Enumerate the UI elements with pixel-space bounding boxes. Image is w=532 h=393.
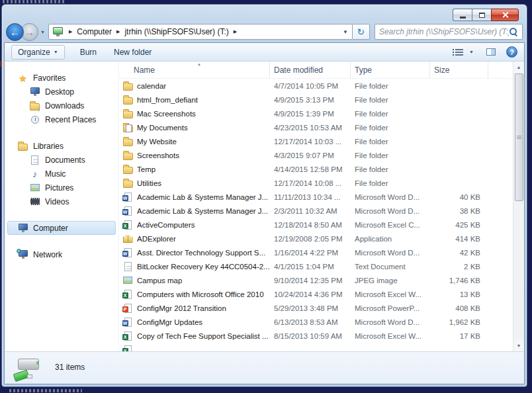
sidebar-item-favorites[interactable]: ★ Favorites xyxy=(7,71,116,85)
file-row-calendar[interactable]: calendar 4/7/2014 10:05 PM File folder xyxy=(119,79,513,93)
file-row-utilities[interactable]: Utilities 12/17/2014 10:08 ... File fold… xyxy=(119,176,513,190)
file-type: File folder xyxy=(351,138,430,146)
file-type: Microsoft Word D... xyxy=(351,249,430,257)
file-row-screenshots[interactable]: Screenshots 4/3/2015 9:07 PM File folder xyxy=(119,148,513,162)
file-type: Microsoft Word D... xyxy=(351,193,430,201)
libraries-icon xyxy=(17,141,28,152)
column-header-date-modified[interactable]: Date modified xyxy=(270,62,351,78)
sidebar-item-documents[interactable]: Documents xyxy=(7,153,116,167)
file-row-configmgr-updates[interactable]: ConfigMgr Updates 6/13/2013 8:53 AM Micr… xyxy=(119,315,513,329)
file-row-copy-of-tech-fee-support-specialist-[interactable]: Copy of Tech Fee Support Specialist ... … xyxy=(119,329,513,343)
breadcrumb-arrow-icon[interactable]: ▶ xyxy=(69,29,72,34)
change-view-button[interactable]: ▼ xyxy=(449,47,480,58)
file-date-modified: 1/16/2014 4:22 PM xyxy=(270,249,351,257)
image-icon xyxy=(122,275,133,286)
word-icon xyxy=(122,192,133,202)
file-date-modified: 4/7/2014 10:05 PM xyxy=(270,82,351,90)
file-row-mac-screenshots[interactable]: Mac Screenshots 4/9/2015 1:39 PM File fo… xyxy=(119,107,513,120)
breadcrumb-arrow-icon[interactable]: ▶ xyxy=(116,29,120,34)
file-row-campus-map[interactable]: Campus map 9/10/2014 12:35 PM JPEG image… xyxy=(119,273,513,287)
column-header-name[interactable]: Name xyxy=(119,62,270,78)
file-row-configmgr-2012-transition[interactable]: ConfigMgr 2012 Transition 5/29/2013 3:48… xyxy=(119,301,513,315)
file-row-academic-lab-systems-manager-j-[interactable]: Academic Lab & Systems Manager J... 11/1… xyxy=(119,190,513,204)
file-date-modified: 11/11/2013 10:34 ... xyxy=(270,193,351,201)
file-size: 425 KB xyxy=(430,221,488,229)
file-row-my-website[interactable]: My Website 12/17/2014 10:03 ... File fol… xyxy=(119,134,513,148)
excel-icon xyxy=(122,345,133,352)
sidebar-item-label: Pictures xyxy=(45,183,73,193)
scroll-up-icon[interactable]: ▲ xyxy=(513,62,524,73)
music-icon: ♪ xyxy=(29,169,40,179)
maximize-icon xyxy=(479,13,485,18)
folder-icon xyxy=(122,178,133,189)
file-date-modified: 8/15/2013 10:59 AM xyxy=(270,332,351,340)
burn-button[interactable]: Burn xyxy=(74,46,103,59)
vertical-scrollbar[interactable]: ▲ ▼ xyxy=(513,62,524,351)
refresh-button[interactable]: ↻ xyxy=(353,24,370,40)
file-row-activecomputers[interactable]: ActiveComputers 12/18/2014 8:50 AM Micro… xyxy=(119,218,513,232)
network-icon xyxy=(17,249,28,260)
book-icon xyxy=(122,234,133,244)
file-row-bitlocker-recovery-key-44cc0504-2-[interactable]: BitLocker Recovery Key 44CC0504-2... 4/1… xyxy=(119,259,513,273)
preview-pane-button[interactable] xyxy=(486,48,496,56)
sidebar-item-libraries[interactable]: Libraries xyxy=(7,139,116,153)
file-row-temp[interactable]: Temp 4/14/2015 12:58 PM File folder xyxy=(119,162,513,176)
client-area: Organize ▼ Burn New folder ▼ ? ★ Favor xyxy=(4,42,525,384)
recent-pages-dropdown[interactable]: ▼ xyxy=(40,30,45,34)
maximize-button[interactable] xyxy=(472,9,491,21)
file-name: html_from_defiant xyxy=(137,96,198,104)
file-name: Academic Lab & Systems Manager J... xyxy=(137,193,268,201)
column-header-size[interactable]: Size xyxy=(430,62,488,78)
breadcrumb-arrow-icon[interactable]: ▶ xyxy=(234,29,237,34)
excel-icon xyxy=(122,220,133,230)
address-history-dropdown[interactable]: ▼ xyxy=(343,29,348,35)
file-row-html-from-defiant[interactable]: html_from_defiant 4/9/2015 3:13 PM File … xyxy=(119,93,513,107)
file-row-adexplorer[interactable]: ADExplorer 12/19/2008 2:05 PM Applicatio… xyxy=(119,232,513,245)
sidebar-item-computer[interactable]: Computer xyxy=(7,221,116,235)
scroll-down-icon[interactable]: ▼ xyxy=(513,340,524,351)
organize-button[interactable]: Organize ▼ xyxy=(11,45,65,60)
file-name: Mac Screenshots xyxy=(137,110,196,118)
word-icon xyxy=(122,247,133,258)
search-input[interactable] xyxy=(379,27,509,36)
sidebar-item-recent-places[interactable]: Recent Places xyxy=(7,112,116,126)
file-name: Academic Lab & Systems Manager J... xyxy=(137,207,268,215)
new-folder-button[interactable]: New folder xyxy=(108,46,157,59)
file-row[interactable] xyxy=(119,343,513,351)
file-size: 1,962 KB xyxy=(430,318,488,326)
sidebar-item-label: Music xyxy=(45,169,66,179)
file-type: File folder xyxy=(351,110,430,118)
search-icon[interactable] xyxy=(509,27,518,36)
sidebar-item-network[interactable]: Network xyxy=(7,247,116,261)
sidebar-item-pictures[interactable]: Pictures xyxy=(7,181,116,195)
file-row-asst-director-technology-support-s-[interactable]: Asst. Director Technology Support S... 1… xyxy=(119,245,513,259)
file-name: Copy of Tech Fee Support Specialist ... xyxy=(137,332,269,340)
scrollbar-thumb[interactable] xyxy=(515,73,523,201)
minimize-button[interactable] xyxy=(453,9,472,21)
sidebar-item-label: Favorites xyxy=(33,73,66,83)
back-button[interactable]: ← xyxy=(6,23,24,41)
file-row-my-documents[interactable]: My Documents 4/23/2015 10:53 AM File fol… xyxy=(119,120,513,134)
excel-icon xyxy=(122,289,133,300)
excel-icon xyxy=(122,331,133,341)
address-bar[interactable]: ▶ Computer ▶ jtrhin (\\ShipFSOFS\User) (… xyxy=(48,24,353,40)
file-row-academic-lab-systems-manager-j-[interactable]: Academic Lab & Systems Manager J... 2/3/… xyxy=(119,204,513,218)
sidebar-item-music[interactable]: ♪ Music xyxy=(7,167,116,181)
downloads-icon: ↓ xyxy=(29,101,40,111)
new-folder-label: New folder xyxy=(114,48,152,57)
column-header-type[interactable]: Type xyxy=(351,62,430,78)
sidebar-item-desktop[interactable]: Desktop xyxy=(7,85,116,99)
breadcrumb-computer[interactable]: Computer xyxy=(77,27,112,36)
help-button[interactable]: ? xyxy=(506,46,517,58)
items-count: 31 items xyxy=(55,363,85,372)
file-date-modified: 4/23/2015 10:53 AM xyxy=(270,124,351,132)
pictures-icon xyxy=(29,183,40,193)
computer-icon xyxy=(17,223,28,234)
file-row-computers-with-microsoft-office-2010[interactable]: Computers with Microsoft Office 2010 10/… xyxy=(119,287,513,301)
sidebar-item-videos[interactable]: Videos xyxy=(7,195,116,208)
sidebar-item-downloads[interactable]: ↓ Downloads xyxy=(7,99,116,112)
search-box[interactable] xyxy=(375,24,523,40)
text-icon xyxy=(122,261,133,272)
close-button[interactable] xyxy=(491,9,519,21)
breadcrumb-drive[interactable]: jtrhin (\\ShipFSOFS\User) (T:) xyxy=(124,27,228,36)
